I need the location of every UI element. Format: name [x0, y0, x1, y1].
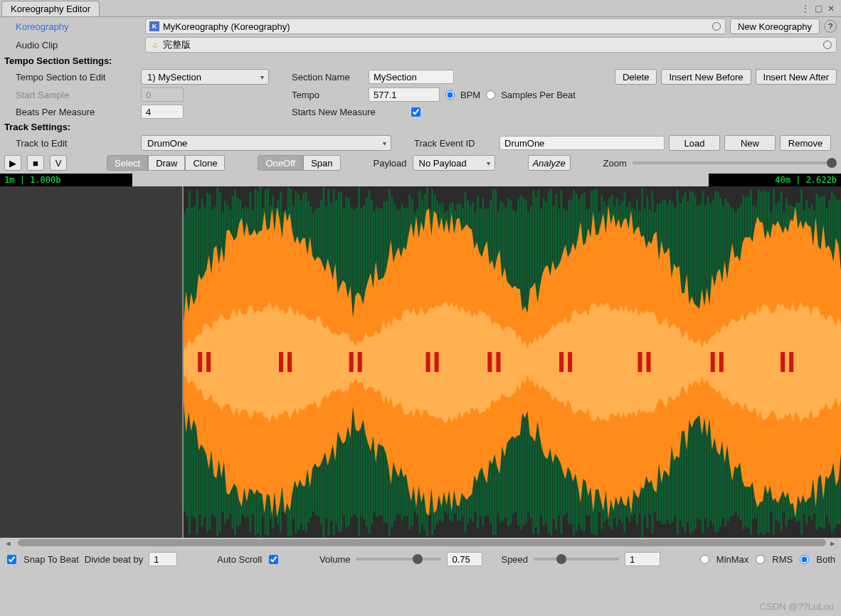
track-dropdown[interactable]: DrumOne	[141, 135, 391, 151]
section-name-input[interactable]	[369, 70, 454, 84]
divide-beat-label: Divide beat by	[85, 554, 143, 565]
rms-label: RMS	[772, 554, 793, 565]
starts-new-measure-checkbox[interactable]	[411, 107, 420, 117]
analyze-button[interactable]: Analyze	[528, 155, 571, 171]
svg-rect-268	[435, 352, 439, 372]
volume-label: Volume	[319, 554, 350, 565]
svg-rect-273	[638, 352, 642, 372]
svg-rect-272	[568, 352, 572, 372]
svg-rect-263	[279, 352, 283, 372]
speed-label: Speed	[501, 554, 528, 565]
play-button[interactable]: ▶	[4, 155, 21, 171]
section-name-label: Section Name	[292, 72, 364, 83]
insert-before-button[interactable]: Insert New Before	[661, 69, 751, 85]
svg-rect-270	[496, 352, 500, 372]
waveform-view[interactable]	[0, 186, 841, 538]
samples-per-beat-radio[interactable]	[486, 90, 495, 100]
scrollbar-thumb[interactable]	[18, 539, 826, 546]
new-koreography-button[interactable]: New Koreography	[730, 18, 820, 34]
tempo-section-dropdown-value: 1) MySection	[147, 72, 201, 83]
new-track-button[interactable]: New	[724, 135, 776, 151]
tempo-input[interactable]	[369, 87, 440, 102]
track-dropdown-value: DrumOne	[147, 138, 187, 149]
scroll-left-icon[interactable]: ◂	[6, 538, 11, 548]
tempo-section-dropdown[interactable]: 1) MySection	[141, 69, 269, 85]
koreography-value: MyKoreography (Koreography)	[163, 21, 290, 32]
titlebar: Koreography Editor ⋮ ▢ ✕	[0, 0, 841, 17]
svg-rect-278	[789, 352, 793, 372]
waveform-display[interactable]	[184, 186, 841, 538]
load-button[interactable]: Load	[669, 135, 720, 151]
clone-mode-button[interactable]: Clone	[185, 155, 225, 171]
tempo-section-toedit-label: Tempo Section to Edit	[16, 72, 137, 83]
scroll-right-icon[interactable]: ▸	[830, 538, 835, 548]
both-radio[interactable]	[800, 555, 809, 564]
svg-rect-265	[349, 352, 354, 372]
speed-slider[interactable]	[534, 558, 619, 561]
minmax-radio[interactable]	[700, 555, 709, 564]
svg-rect-264	[287, 352, 292, 372]
svg-rect-261	[198, 352, 202, 372]
close-icon[interactable]: ✕	[825, 3, 837, 14]
snap-to-beat-checkbox[interactable]	[7, 555, 16, 564]
insert-after-button[interactable]: Insert New After	[756, 69, 837, 85]
audioclip-value: 完整版	[163, 38, 191, 51]
bpm-radio[interactable]	[445, 90, 455, 100]
select-mode-button[interactable]: Select	[107, 155, 148, 171]
beats-per-measure-label: Beats Per Measure	[16, 107, 137, 117]
koreography-asset-icon: K	[149, 21, 160, 32]
svg-rect-267	[426, 352, 430, 372]
zoom-label: Zoom	[603, 158, 627, 169]
position-right: 40m | 2.622b	[709, 174, 841, 186]
svg-rect-274	[647, 352, 651, 372]
delete-button[interactable]: Delete	[615, 69, 657, 85]
svg-rect-276	[719, 352, 724, 372]
auto-scroll-checkbox[interactable]	[269, 555, 278, 564]
track-toedit-label: Track to Edit	[16, 138, 137, 149]
remove-button[interactable]: Remove	[780, 135, 831, 151]
waveform-empty-region	[0, 186, 184, 538]
event-type-group: OneOff Span	[258, 155, 340, 171]
audioclip-field[interactable]: ♫ 完整版	[145, 37, 837, 53]
start-sample-input	[141, 87, 184, 102]
position-bar: 1m | 1.000b 40m | 2.622b	[0, 174, 841, 186]
auto-scroll-label: Auto Scroll	[217, 554, 262, 565]
payload-dropdown[interactable]: No Payload	[413, 155, 495, 171]
svg-rect-266	[358, 352, 362, 372]
tempo-section-heading: Tempo Section Settings:	[4, 55, 112, 66]
beats-per-measure-input[interactable]	[141, 105, 184, 119]
audioclip-label: Audio Clip	[16, 40, 141, 51]
speed-input[interactable]	[625, 552, 660, 566]
window-tab[interactable]: Koreography Editor	[1, 1, 100, 16]
tempo-label: Tempo	[292, 90, 364, 100]
minmax-label: MinMax	[716, 554, 749, 565]
menu-icon[interactable]: ⋮	[800, 3, 811, 14]
zoom-slider[interactable]	[633, 161, 837, 164]
bpm-label: BPM	[460, 90, 480, 100]
mode-group: Select Draw Clone	[107, 155, 225, 171]
rms-radio[interactable]	[756, 555, 765, 564]
draw-mode-button[interactable]: Draw	[148, 155, 185, 171]
oneoff-button[interactable]: OneOff	[258, 155, 303, 171]
span-button[interactable]: Span	[303, 155, 340, 171]
start-sample-label: Start Sample	[16, 90, 137, 100]
volume-slider[interactable]	[356, 558, 441, 561]
horizontal-scrollbar[interactable]: ◂ ▸	[0, 538, 841, 548]
object-picker-icon[interactable]	[823, 41, 832, 49]
object-picker-icon[interactable]	[712, 22, 721, 31]
track-event-id-label: Track Event ID	[414, 138, 495, 149]
stop-button[interactable]: ■	[27, 155, 44, 171]
volume-input[interactable]	[447, 552, 482, 566]
payload-dropdown-value: No Payload	[419, 158, 467, 169]
koreography-label: Koreography	[16, 21, 141, 32]
help-icon[interactable]: ?	[824, 20, 837, 33]
track-event-id-input[interactable]	[499, 136, 665, 150]
v-button[interactable]: V	[50, 155, 67, 171]
svg-rect-277	[781, 352, 785, 372]
starts-new-measure-label: Starts New Measure	[292, 107, 406, 117]
koreography-field[interactable]: K MyKoreography (Koreography)	[145, 18, 726, 34]
divide-beat-input[interactable]	[149, 552, 177, 566]
audio-icon: ♫	[149, 39, 160, 51]
maximize-icon[interactable]: ▢	[813, 3, 824, 14]
svg-rect-262	[206, 352, 211, 372]
